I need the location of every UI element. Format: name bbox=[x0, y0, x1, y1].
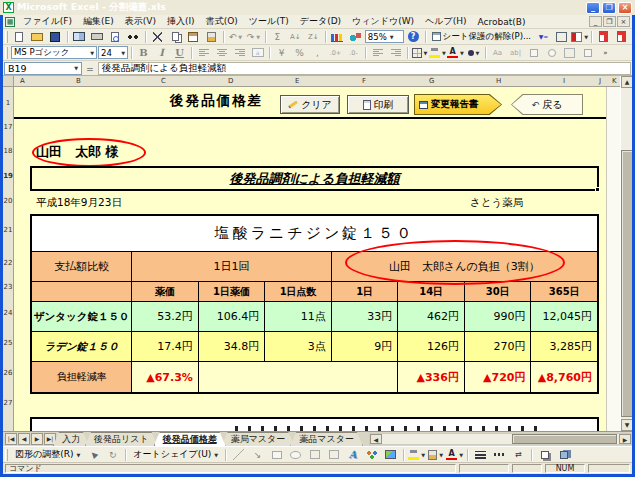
drug-name-cell[interactable]: ラデン錠１５０ bbox=[32, 332, 132, 361]
first-sheet-button[interactable]: |◀ bbox=[5, 433, 17, 445]
tab-generic-list[interactable]: 後発品リスト bbox=[85, 432, 158, 446]
menu-acrobat[interactable]: Acrobat(B) bbox=[473, 16, 531, 28]
row-header[interactable]: 25 bbox=[3, 339, 13, 347]
oval-button[interactable] bbox=[287, 447, 304, 462]
subheader-cell[interactable]: 365日 bbox=[531, 282, 597, 301]
help-button[interactable]: ? bbox=[405, 29, 422, 44]
subheader-cell[interactable]: 薬価 bbox=[132, 282, 199, 301]
reduction-label-cell[interactable]: 負担軽減率 bbox=[32, 362, 132, 392]
workbook-restore-button[interactable]: ❐ bbox=[603, 16, 616, 27]
column-header[interactable]: I bbox=[563, 77, 565, 85]
column-header[interactable]: C bbox=[161, 77, 166, 85]
diagram-button[interactable] bbox=[363, 447, 380, 462]
rectangle-button[interactable] bbox=[268, 447, 285, 462]
table-cell[interactable]: 126円 bbox=[398, 332, 465, 361]
print-preview-button[interactable] bbox=[107, 29, 124, 44]
copy-button[interactable] bbox=[167, 29, 184, 44]
find-button[interactable] bbox=[125, 29, 142, 44]
bold-button[interactable]: B bbox=[135, 45, 152, 60]
listbox-control-button[interactable] bbox=[561, 45, 578, 60]
undo-button[interactable]: ↶▼ bbox=[227, 29, 244, 44]
menu-insert[interactable]: 挿入(I) bbox=[162, 14, 200, 29]
table-cell[interactable]: 270円 bbox=[465, 332, 532, 361]
table-cell[interactable]: 9円 bbox=[332, 332, 399, 361]
textbox-control-button[interactable]: ab| bbox=[507, 45, 524, 60]
subheader-empty-cell[interactable] bbox=[32, 282, 132, 301]
increase-indent-button[interactable] bbox=[387, 45, 404, 60]
column-header[interactable]: F bbox=[362, 77, 366, 85]
row-header[interactable]: 21 bbox=[3, 226, 13, 234]
bullet-button[interactable]: ▼ bbox=[465, 45, 482, 60]
checkbox-control-button[interactable] bbox=[525, 45, 542, 60]
workbook-minimize-button[interactable]: _ bbox=[589, 16, 602, 27]
line-color-button[interactable]: ▼ bbox=[427, 447, 444, 462]
merged-empty-cell[interactable] bbox=[199, 362, 399, 392]
menu-edit[interactable]: 編集(E) bbox=[78, 14, 119, 29]
font-combobox[interactable]: MS Pゴシック▼ bbox=[11, 46, 97, 59]
dash-style-button[interactable] bbox=[491, 447, 508, 462]
clear-button[interactable]: クリア bbox=[280, 95, 340, 114]
menu-file[interactable]: ファイル(F) bbox=[18, 14, 77, 29]
draw-menu-button[interactable]: 図形の調整(R)▼ bbox=[12, 448, 83, 461]
highlight-button[interactable]: ▼ bbox=[571, 29, 588, 44]
selected-cell-b19[interactable]: 後発品調剤による負担軽減額 bbox=[30, 166, 599, 191]
vertical-scrollbar[interactable]: ▲ ▼ bbox=[620, 76, 632, 431]
scroll-left-button[interactable]: ◀ bbox=[370, 434, 382, 444]
cut-button[interactable] bbox=[149, 29, 166, 44]
next-sheet-button[interactable]: ▶ bbox=[31, 433, 43, 445]
zoom-combobox[interactable]: 85%▼ bbox=[365, 30, 404, 43]
percent-style-button[interactable]: % bbox=[291, 45, 308, 60]
previous-sheet-button[interactable]: ◀ bbox=[18, 433, 30, 445]
close-button[interactable]: × bbox=[618, 2, 632, 14]
row-header[interactable]: 1 bbox=[3, 99, 13, 107]
column-headers[interactable]: A B C D E F G H I J K bbox=[3, 76, 620, 87]
subheader-cell[interactable]: 1日薬価 bbox=[199, 282, 266, 301]
row-header[interactable]: 17 bbox=[3, 123, 13, 131]
autofilter-button[interactable]: ▼= bbox=[535, 29, 552, 44]
arrow-button[interactable]: ↘ bbox=[249, 447, 266, 462]
row-header[interactable]: 26 bbox=[3, 369, 13, 377]
reduction-value-cell[interactable]: ▲336円 bbox=[398, 362, 465, 392]
pdfmaker-email-button[interactable] bbox=[613, 29, 630, 44]
italic-button[interactable]: I bbox=[153, 45, 170, 60]
vertical-textbox-button[interactable] bbox=[325, 447, 342, 462]
table-cell[interactable]: 3点 bbox=[265, 332, 332, 361]
book-button[interactable] bbox=[71, 29, 88, 44]
pdfmaker-button[interactable] bbox=[595, 29, 612, 44]
sort-ascending-button[interactable]: A↓ bbox=[287, 29, 304, 44]
print-sheet-button[interactable]: 印刷 bbox=[347, 95, 409, 114]
select-objects-button[interactable]: ◀ bbox=[85, 447, 102, 462]
menu-data[interactable]: データ(D) bbox=[295, 14, 346, 29]
row-header[interactable]: 20 bbox=[3, 197, 13, 205]
wordart-button[interactable]: A bbox=[344, 447, 361, 462]
format-painter-button[interactable] bbox=[203, 29, 220, 44]
tab-pharmacy-master[interactable]: 薬局マスター bbox=[222, 432, 295, 446]
shape-fill-button[interactable]: ▼ bbox=[408, 447, 425, 462]
horizontal-scroll-thumb[interactable] bbox=[512, 434, 617, 444]
scroll-down-button[interactable]: ▼ bbox=[621, 419, 632, 431]
menu-window[interactable]: ウィンドウ(W) bbox=[347, 14, 419, 29]
formula-input[interactable]: 後発品調剤による負担軽減額 bbox=[98, 62, 631, 75]
table-cell[interactable]: 34.8円 bbox=[199, 332, 266, 361]
merge-center-button[interactable]: a bbox=[249, 45, 266, 60]
comma-style-button[interactable]: , bbox=[309, 45, 326, 60]
autosum-button[interactable]: Σ bbox=[269, 29, 286, 44]
subheader-cell[interactable]: 1日 bbox=[332, 282, 399, 301]
unformatted-cells[interactable] bbox=[606, 87, 620, 431]
toolbar-grip[interactable] bbox=[5, 449, 8, 461]
toolbar-options-button[interactable]: » bbox=[597, 45, 614, 60]
save-button[interactable] bbox=[47, 29, 64, 44]
table-cell[interactable]: 11点 bbox=[265, 302, 332, 331]
shadow-button[interactable] bbox=[536, 447, 553, 462]
line-button[interactable] bbox=[230, 447, 247, 462]
free-rotate-button[interactable]: ↻ bbox=[104, 447, 121, 462]
drawing-button[interactable] bbox=[347, 29, 364, 44]
column-header[interactable]: B bbox=[76, 77, 81, 85]
drug-name-cell[interactable]: ザンタック錠１５０ bbox=[32, 302, 132, 331]
line-style-button[interactable] bbox=[472, 447, 489, 462]
unprotect-sheet-button[interactable]: シート保護の解除(P)... bbox=[429, 29, 534, 44]
print-button[interactable] bbox=[89, 29, 106, 44]
column-header[interactable]: A bbox=[20, 77, 25, 85]
insert-picture-button[interactable] bbox=[382, 447, 399, 462]
font-color-button[interactable]: A▼ bbox=[447, 45, 464, 60]
